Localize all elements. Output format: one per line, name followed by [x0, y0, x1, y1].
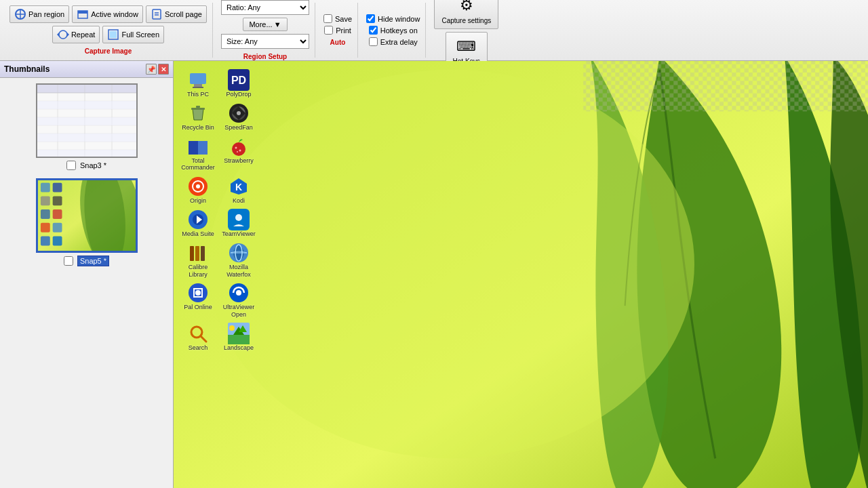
- pin-button[interactable]: 📌: [146, 64, 157, 75]
- svg-rect-35: [52, 196, 62, 205]
- hot-keys-icon: ⌨: [457, 37, 476, 56]
- size-dropdown[interactable]: Size: Any: [221, 34, 309, 49]
- repeat-button[interactable]: Repeat: [52, 26, 100, 43]
- svg-text:PD: PD: [231, 75, 246, 86]
- landscape-icon[interactable]: Landscape: [220, 321, 258, 353]
- svg-rect-85: [228, 335, 250, 344]
- pan-region-icon: [14, 8, 26, 20]
- print-checkbox-row[interactable]: Print: [324, 26, 351, 35]
- extra-delay-checkbox-row[interactable]: Extra delay: [369, 37, 418, 46]
- list-item: Snap5 *: [5, 178, 167, 266]
- svg-point-88: [229, 325, 235, 331]
- scroll-page-icon: [151, 8, 163, 20]
- total-commander-icon[interactable]: Total Commander: [179, 134, 217, 174]
- total-commander-label: Total Commander: [180, 157, 216, 172]
- calibre-library-label: Calibre Library: [180, 264, 216, 279]
- hide-window-checkbox-row[interactable]: Hide window: [366, 14, 420, 23]
- icon-row-6: Calibre Library Mozilla Waterfox: [179, 241, 258, 280]
- strawberry-icon[interactable]: Strawberry: [220, 134, 258, 174]
- snap5-label[interactable]: Snap5 *: [77, 256, 109, 266]
- hide-window-checkbox[interactable]: [366, 14, 375, 23]
- teamviewer-icon[interactable]: TeamViewer: [220, 207, 258, 239]
- scroll-page-button[interactable]: Scroll page: [146, 5, 207, 23]
- search-icon-desktop[interactable]: Search: [179, 321, 217, 353]
- speedfan-icon[interactable]: SpeedFan: [220, 101, 258, 133]
- hotkeys-on-checkbox-row[interactable]: Hotkeys on: [369, 26, 418, 35]
- svg-rect-28: [37, 150, 136, 157]
- save-checkbox-row[interactable]: Save: [323, 14, 352, 23]
- svg-rect-47: [190, 73, 206, 84]
- svg-rect-52: [191, 108, 205, 110]
- pan-region-button[interactable]: Pan region: [9, 5, 69, 23]
- svg-rect-48: [194, 84, 202, 87]
- more-button[interactable]: More... ▼: [243, 18, 287, 31]
- svg-point-43: [208, 70, 694, 458]
- svg-rect-32: [40, 183, 50, 192]
- pal-online-icon[interactable]: Pal Online: [179, 281, 217, 320]
- thumbnails-title: Thumbnails: [4, 64, 50, 74]
- capture-settings-icon: ⚙: [457, 0, 476, 15]
- svg-point-71: [235, 214, 242, 221]
- svg-rect-11: [110, 31, 117, 38]
- this-pc-icon[interactable]: This PC: [179, 68, 217, 100]
- pal-online-label: Pal Online: [184, 304, 212, 311]
- icon-row-3: Total Commander Strawberry: [179, 134, 258, 174]
- kodi-icon[interactable]: K Kodi: [220, 174, 258, 206]
- polydrop-icon[interactable]: PD PolyDrop: [220, 68, 258, 100]
- svg-rect-25: [37, 101, 136, 109]
- svg-rect-39: [52, 223, 62, 232]
- origin-icon[interactable]: Origin: [179, 174, 217, 206]
- auto-section: Save Print Auto: [318, 3, 358, 58]
- svg-rect-33: [52, 183, 62, 192]
- svg-rect-73: [195, 246, 199, 261]
- svg-rect-57: [189, 141, 198, 155]
- hotkeys-section: Hide window Hotkeys on Extra delay: [361, 3, 426, 58]
- thumbnails-header-actions: 📌 ✕: [146, 64, 169, 75]
- mozilla-waterfox-icon[interactable]: Mozilla Waterfox: [220, 241, 258, 280]
- extra-delay-checkbox[interactable]: [369, 37, 378, 46]
- svg-line-83: [201, 336, 206, 342]
- svg-rect-34: [40, 196, 50, 205]
- icon-row-4: Origin K Kodi: [179, 174, 258, 206]
- svg-point-60: [235, 146, 237, 148]
- print-checkbox[interactable]: [324, 26, 333, 35]
- ratio-dropdown[interactable]: Ratio: Any: [221, 0, 309, 15]
- snap3-checkbox[interactable]: [66, 161, 76, 170]
- ultraviewer-icon[interactable]: UltraViewer Open: [220, 281, 258, 320]
- full-screen-button[interactable]: Full Screen: [102, 26, 164, 43]
- svg-rect-53: [196, 106, 200, 108]
- repeat-icon: [57, 28, 69, 41]
- svg-rect-5: [153, 9, 161, 19]
- capture-image-section: Pan region Active window Scroll page: [4, 3, 213, 58]
- snap5-checkbox[interactable]: [64, 256, 73, 266]
- full-screen-icon: [107, 28, 119, 41]
- snap5-label-row: Snap5 *: [64, 256, 109, 266]
- region-setup-section: Ratio: Any More... ▼ Size: Any Region Se…: [216, 3, 315, 58]
- this-pc-label: This PC: [187, 91, 209, 98]
- svg-rect-58: [198, 141, 208, 155]
- save-checkbox[interactable]: [323, 14, 332, 23]
- snap3-thumbnail[interactable]: [36, 83, 138, 158]
- svg-marker-9: [57, 33, 59, 37]
- search-desktop-label: Search: [189, 344, 208, 352]
- media-suite-icon[interactable]: Media Suite: [179, 207, 217, 239]
- kodi-label: Kodi: [233, 197, 245, 205]
- hotkeys-on-checkbox[interactable]: [369, 26, 378, 35]
- active-window-button[interactable]: Active window: [72, 5, 143, 23]
- svg-rect-72: [190, 246, 194, 261]
- snap3-label-row: Snap3 *: [66, 161, 106, 170]
- svg-point-65: [196, 184, 200, 188]
- svg-rect-27: [37, 134, 136, 142]
- svg-point-61: [239, 149, 241, 151]
- close-panel-button[interactable]: ✕: [158, 64, 169, 75]
- calibre-library-icon[interactable]: Calibre Library: [179, 241, 217, 280]
- svg-rect-13: [37, 85, 136, 93]
- recycle-bin-icon[interactable]: Recycle Bin: [179, 101, 217, 133]
- svg-point-55: [237, 111, 241, 115]
- svg-point-59: [232, 142, 245, 156]
- capture-settings-button[interactable]: ⚙ Capture settings: [434, 0, 498, 29]
- snap5-thumbnail[interactable]: [36, 178, 138, 253]
- auto-label: Auto: [330, 39, 346, 46]
- svg-point-81: [236, 290, 241, 296]
- toolbar: Pan region Active window Scroll page: [0, 0, 868, 61]
